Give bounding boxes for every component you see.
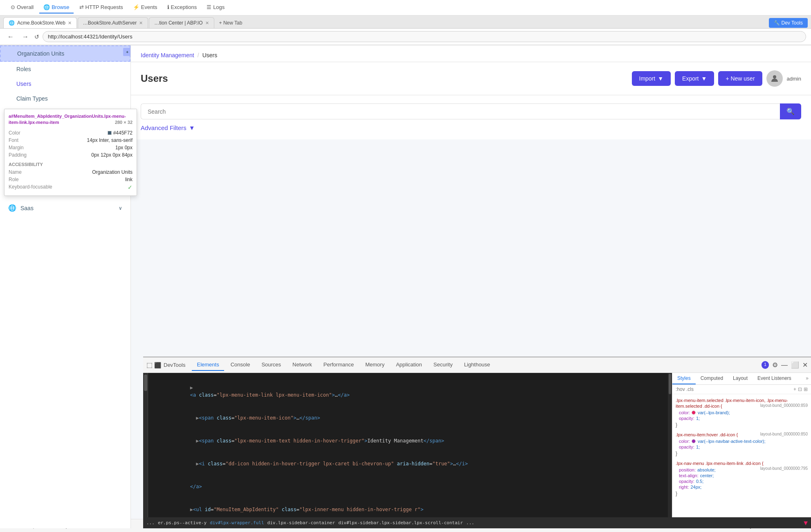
tab-auth[interactable]: …BookStore.AuthServer ✕ — [78, 17, 148, 28]
devtools-tab-security[interactable]: Security — [429, 359, 458, 371]
devtools-open-button[interactable]: 🔧 Dev Tools — [769, 18, 808, 28]
exceptions-nav[interactable]: ℹ Exceptions — [163, 2, 201, 13]
devtools-dom-breadcrumb: ... er.ps.ps--active-y div#lpx-wrapper.f… — [143, 517, 811, 528]
bc-item-dots[interactable]: ... — [466, 520, 474, 525]
tab-abp-close[interactable]: ✕ — [205, 20, 209, 26]
search-button[interactable]: 🔍 — [780, 103, 801, 119]
devtools-tab-network[interactable]: Network — [288, 359, 317, 371]
padding-value: 0px 12px 0px 84px — [91, 152, 133, 158]
user-name: admin — [787, 76, 801, 82]
breadcrumb-identity[interactable]: Identity Management — [141, 52, 194, 58]
sidebar-item-users[interactable]: Users — [0, 76, 130, 91]
a11y-keyboard-value: ✓ — [128, 184, 133, 191]
devtools-tab-memory[interactable]: Memory — [360, 359, 389, 371]
bc-item-5[interactable]: div#lpx-sidebar.lpx-sidebar.lpx-scroll-c… — [338, 520, 463, 525]
tab-web-favicon: 🌐 — [9, 20, 15, 26]
page-header: Users Import ▼ Export ▼ + New user admin — [131, 62, 811, 95]
code-line-3[interactable]: ▶<span class="lpx-menu-item-text hidden-… — [153, 429, 669, 452]
devtools-code-panel: ▶ <a class="lpx-menu-item-link lpx-menu-… — [143, 373, 672, 517]
devtools-tab-elements[interactable]: Elements — [192, 359, 224, 371]
sidebar-item-org-units[interactable]: Organization Units ✦ — [0, 45, 130, 62]
devtools-restore-btn[interactable]: ⬜ — [791, 361, 799, 369]
reload-button[interactable]: ↺ — [34, 34, 39, 40]
a11y-keyboard-label: Keyboard-focusable — [9, 184, 52, 191]
code-line-1[interactable]: ▶ <a class="lpx-menu-item-link lpx-menu-… — [153, 376, 669, 406]
import-button[interactable]: Import ▼ — [632, 71, 671, 86]
styles-tab-layout[interactable]: Layout — [728, 373, 753, 384]
back-button[interactable]: ← — [5, 32, 16, 41]
scroll-down-indicator: ▼ — [804, 519, 808, 527]
tab-web[interactable]: 🌐 Acme.BookStore.Web ✕ — [3, 17, 77, 28]
events-icon: ⚡ — [133, 4, 139, 10]
sidebar-item-roles[interactable]: Roles — [0, 62, 130, 76]
browse-nav[interactable]: 🌐 Browse — [39, 2, 73, 13]
export-button[interactable]: Export ▼ — [675, 71, 714, 86]
styles-tab-computed[interactable]: Computed — [696, 373, 728, 384]
address-bar[interactable] — [43, 31, 806, 42]
style-rule-3: .lpx-nav-menu .lpx-menu-item-link .dd-ic… — [676, 460, 808, 496]
a11y-name-label: Name — [9, 169, 22, 175]
bc-item-4[interactable]: div.lpx-sidebar-container — [267, 520, 335, 525]
devtools-settings-btn[interactable]: ⚙ — [772, 361, 778, 369]
styles-settings-icon[interactable]: ⊞ — [804, 386, 808, 392]
code-line-2[interactable]: ▶<span class="lpx-menu-item-icon">…</spa… — [153, 406, 669, 429]
events-nav[interactable]: ⚡ Events — [129, 2, 162, 13]
devtools-tab-sources[interactable]: Sources — [256, 359, 286, 371]
color-label: Color — [9, 130, 20, 136]
code-line-5[interactable]: </a> — [153, 475, 669, 498]
a11y-name-value: Organization Units — [92, 169, 133, 175]
logs-nav[interactable]: ☰ Logs — [202, 2, 229, 13]
new-tab-button[interactable]: + New Tab — [215, 18, 247, 27]
new-user-button[interactable]: + New user — [718, 71, 762, 86]
overall-nav[interactable]: ⊙ Overall — [7, 2, 38, 13]
exceptions-icon: ℹ — [167, 4, 169, 10]
bc-item-1[interactable]: ... — [146, 520, 155, 525]
browse-icon: 🌐 — [43, 4, 50, 10]
search-input[interactable] — [141, 103, 780, 119]
devtools-tab-lighthouse[interactable]: Lighthouse — [459, 359, 495, 371]
tab-auth-close[interactable]: ✕ — [139, 20, 143, 26]
saas-chevron: ∨ — [119, 205, 122, 211]
font-value: 14px Inter, sans-serif — [87, 137, 133, 143]
styles-toggle-icon[interactable]: ⊡ — [798, 386, 802, 392]
devtools-inspect-icon[interactable]: ⬚ — [146, 361, 153, 369]
styles-filter-input[interactable] — [676, 386, 792, 392]
devtools-title-label: ⬛ DevTools — [154, 362, 185, 368]
svg-point-0 — [773, 75, 776, 79]
export-chevron-icon: ▼ — [701, 75, 707, 82]
styles-more-icon[interactable]: » — [806, 375, 809, 382]
inspector-dimensions: 280 × 32 — [115, 119, 133, 126]
sidebar-item-claim-types[interactable]: Claim Types — [0, 91, 130, 106]
devtools-minimize-btn[interactable]: — — [781, 361, 788, 369]
font-label: Font — [9, 137, 18, 143]
search-area: 🔍 Advanced Filters ▼ — [131, 95, 811, 139]
bc-item-3[interactable]: div#lpx-wrapper.full — [210, 520, 264, 525]
badge-count: 1 — [762, 361, 769, 369]
devtools-styles-panel: Styles Computed Layout Event Listeners »… — [672, 373, 811, 517]
code-line-6[interactable]: ▶<ul id="MenuItem_AbpIdentity" class="lp… — [153, 498, 669, 517]
devtools-panel: ⬚ ⬛ DevTools Elements Console Sources Ne… — [143, 357, 811, 528]
user-avatar[interactable] — [766, 70, 783, 87]
styles-tab-event-listeners[interactable]: Event Listeners — [753, 373, 796, 384]
bc-item-2[interactable]: er.ps.ps--active-y — [158, 520, 207, 525]
devtools-close-btn[interactable]: ✕ — [802, 361, 808, 369]
styles-tab-styles[interactable]: Styles — [672, 373, 696, 384]
page-title: Users — [141, 73, 168, 84]
devtools-tab-application[interactable]: Application — [391, 359, 427, 371]
breadcrumb-sep: / — [198, 52, 199, 58]
http-requests-nav[interactable]: ⇄ HTTP Requests — [75, 2, 127, 13]
color-value: #445F72 — [108, 130, 133, 136]
styles-add-icon[interactable]: + — [793, 386, 796, 392]
style-rule-2: .lpx-menu-item:hover .dd-icon { layout-b… — [676, 432, 808, 456]
forward-button[interactable]: → — [20, 32, 31, 41]
sidebar-item-saas[interactable]: 🌐 Saas ∨ — [0, 200, 130, 216]
a11y-role-value: link — [125, 177, 133, 182]
advanced-filters[interactable]: Advanced Filters ▼ — [141, 124, 801, 131]
devtools-tab-performance[interactable]: Performance — [319, 359, 359, 371]
code-line-4[interactable]: ▶<i class="dd-icon hidden-in-hover-trigg… — [153, 452, 669, 475]
devtools-tab-console[interactable]: Console — [226, 359, 255, 371]
logs-icon: ☰ — [207, 4, 211, 10]
inspector-selector: a#MenuItem_AbpIdentity_OrganizationUnits… — [9, 113, 133, 126]
tab-abp[interactable]: …tion Center | ABP.IO ✕ — [149, 17, 214, 28]
tab-web-close[interactable]: ✕ — [68, 20, 72, 26]
